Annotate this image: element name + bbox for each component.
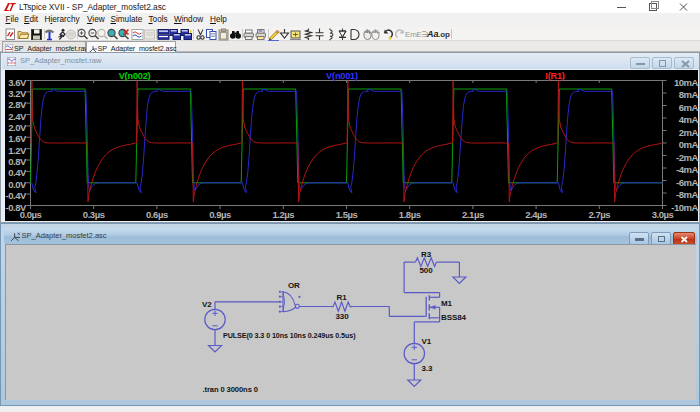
svg-text:V2: V2 bbox=[202, 300, 212, 309]
svg-text:3.3: 3.3 bbox=[422, 364, 433, 373]
svg-text:330: 330 bbox=[336, 312, 350, 321]
svg-text:V1: V1 bbox=[422, 337, 432, 346]
svg-text:OR: OR bbox=[288, 281, 300, 290]
svg-text:PULSE(0 3.3 0 10ns 10ns 0.249u: PULSE(0 3.3 0 10ns 10ns 0.249us 0.5us) bbox=[223, 331, 356, 340]
svg-text:BSS84: BSS84 bbox=[441, 313, 466, 322]
svg-text:R1: R1 bbox=[337, 293, 348, 302]
svg-text:M1: M1 bbox=[441, 299, 453, 308]
svg-text:.tran 0 3000ns 0: .tran 0 3000ns 0 bbox=[203, 385, 258, 394]
svg-text:500: 500 bbox=[420, 266, 434, 275]
svg-text:R3: R3 bbox=[421, 250, 432, 259]
